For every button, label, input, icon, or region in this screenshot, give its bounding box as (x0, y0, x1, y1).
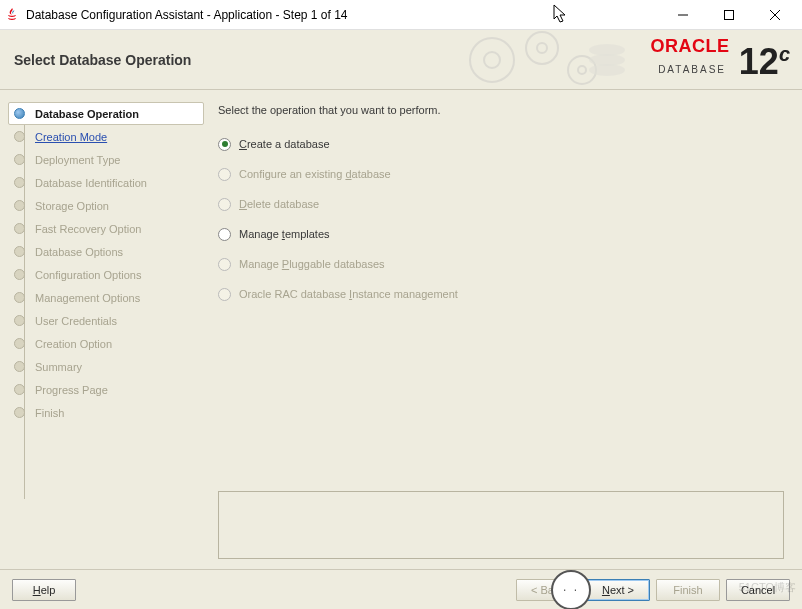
radio-icon (218, 288, 231, 301)
step-bullet-icon (14, 384, 25, 395)
step-label: Creation Mode (35, 131, 107, 143)
svg-point-7 (537, 43, 547, 53)
step-bullet-icon (14, 315, 25, 326)
wizard-step-4: Storage Option (14, 194, 200, 217)
step-label: Deployment Type (35, 154, 120, 166)
wizard-step-1[interactable]: Creation Mode (14, 125, 200, 148)
svg-rect-1 (725, 10, 734, 19)
svg-point-12 (589, 64, 625, 76)
wizard-step-0[interactable]: Database Operation (8, 102, 204, 125)
step-bullet-icon (14, 108, 25, 119)
operation-option-0[interactable]: Create a database (218, 130, 784, 158)
option-label: Manage templates (239, 228, 330, 240)
maximize-button[interactable] (706, 0, 752, 30)
operation-option-1: Configure an existing database (218, 160, 784, 188)
wizard-step-5: Fast Recovery Option (14, 217, 200, 240)
help-mnemonic: H (33, 584, 41, 596)
help-button[interactable]: Help (12, 579, 76, 601)
step-bullet-icon (14, 177, 25, 188)
minimize-button[interactable] (660, 0, 706, 30)
close-button[interactable] (752, 0, 798, 30)
java-icon (4, 7, 20, 23)
wizard-step-9: User Credentials (14, 309, 200, 332)
radio-icon (218, 138, 231, 151)
operation-option-3[interactable]: Manage templates (218, 220, 784, 248)
gears-graphic (452, 30, 632, 90)
radio-icon (218, 228, 231, 241)
wizard-step-7: Configuration Options (14, 263, 200, 286)
step-label: Management Options (35, 292, 140, 304)
svg-point-5 (484, 52, 500, 68)
step-label: Creation Option (35, 338, 112, 350)
wizard-step-3: Database Identification (14, 171, 200, 194)
wizard-step-12: Progress Page (14, 378, 200, 401)
next-mnemonic: N (602, 584, 610, 596)
wizard-step-2: Deployment Type (14, 148, 200, 171)
step-label: Summary (35, 361, 82, 373)
step-bullet-icon (14, 269, 25, 280)
step-bullet-icon (14, 361, 25, 372)
main-panel: Select the operation that you want to pe… (208, 90, 802, 569)
option-label: Manage Pluggable databases (239, 258, 385, 270)
wizard-step-8: Management Options (14, 286, 200, 309)
page-header: Select Database Operation ORACLE 12c DAT… (0, 30, 802, 90)
option-label: Create a database (239, 138, 330, 150)
back-button: < Back (516, 579, 580, 601)
window-title: Database Configuration Assistant - Appli… (26, 8, 660, 22)
operation-option-5: Oracle RAC database Instance management (218, 280, 784, 308)
step-bullet-icon (14, 154, 25, 165)
info-box (218, 491, 784, 559)
step-label: Finish (35, 407, 64, 419)
instruction-text: Select the operation that you want to pe… (218, 104, 784, 116)
step-label: Configuration Options (35, 269, 141, 281)
option-label: Delete database (239, 198, 319, 210)
step-label: Fast Recovery Option (35, 223, 141, 235)
option-label: Configure an existing database (239, 168, 391, 180)
step-label: Database Identification (35, 177, 147, 189)
next-button[interactable]: Next > (586, 579, 650, 601)
step-label: User Credentials (35, 315, 117, 327)
operation-options: Create a databaseConfigure an existing d… (218, 130, 784, 310)
brand-company: ORACLE (650, 36, 729, 57)
svg-point-9 (578, 66, 586, 74)
brand-version: 12c (739, 36, 790, 80)
step-bullet-icon (14, 292, 25, 303)
step-bullet-icon (14, 338, 25, 349)
option-label: Oracle RAC database Instance management (239, 288, 458, 300)
radio-icon (218, 168, 231, 181)
wizard-step-11: Summary (14, 355, 200, 378)
watermark-text: 51CTO博客 (739, 580, 796, 595)
title-bar: Database Configuration Assistant - Appli… (0, 0, 802, 30)
step-label: Database Options (35, 246, 123, 258)
step-bullet-icon (14, 246, 25, 257)
brand-product: DATABASE (658, 64, 726, 75)
wizard-footer: Help < Back Next > Finish Cancel (0, 569, 802, 609)
svg-point-6 (526, 32, 558, 64)
wizard-sidebar: Database OperationCreation ModeDeploymen… (0, 90, 208, 569)
brand-logo: ORACLE 12c DATABASE (650, 36, 790, 80)
step-bullet-icon (14, 407, 25, 418)
wizard-step-10: Creation Option (14, 332, 200, 355)
step-bullet-icon (14, 131, 25, 142)
radio-icon (218, 258, 231, 271)
wizard-step-6: Database Options (14, 240, 200, 263)
step-bullet-icon (14, 200, 25, 211)
page-title: Select Database Operation (14, 52, 191, 68)
svg-point-4 (470, 38, 514, 82)
step-bullet-icon (14, 223, 25, 234)
step-label: Progress Page (35, 384, 108, 396)
radio-icon (218, 198, 231, 211)
finish-button: Finish (656, 579, 720, 601)
wizard-step-13: Finish (14, 401, 200, 424)
step-label: Database Operation (35, 108, 139, 120)
operation-option-2: Delete database (218, 190, 784, 218)
step-label: Storage Option (35, 200, 109, 212)
operation-option-4: Manage Pluggable databases (218, 250, 784, 278)
